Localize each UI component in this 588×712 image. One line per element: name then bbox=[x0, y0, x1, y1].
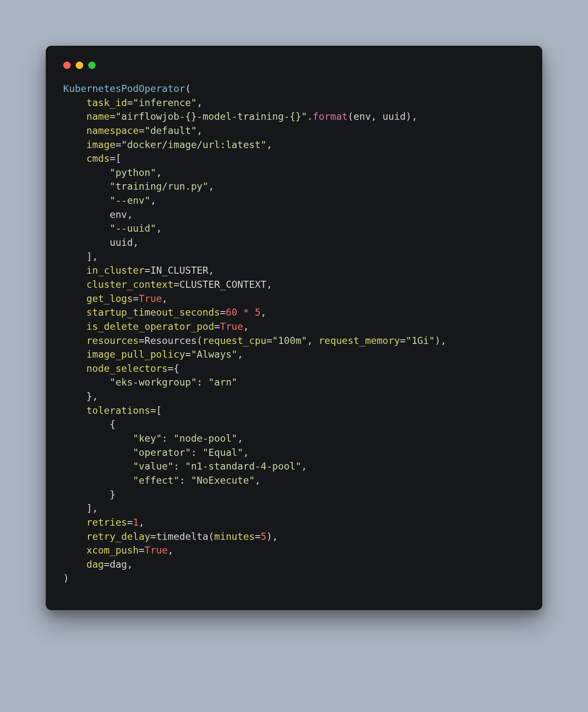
dict-val: "arn" bbox=[208, 376, 237, 388]
callee: Resources bbox=[144, 335, 197, 346]
code-window: KubernetesPodOperator( task_id="inferenc… bbox=[46, 46, 542, 610]
param-key: retries bbox=[86, 517, 127, 528]
param-value: "inference" bbox=[133, 97, 197, 108]
num: 60 bbox=[226, 307, 237, 318]
param-key: resources bbox=[86, 335, 139, 346]
param-value: CLUSTER_CONTEXT bbox=[179, 279, 266, 290]
operator: * bbox=[243, 307, 249, 318]
kwarg-val: "100m" bbox=[272, 335, 307, 346]
list-item: "--uuid" bbox=[110, 222, 156, 234]
param-key: is_delete_operator_pod bbox=[86, 321, 214, 332]
param-key: xcom_push bbox=[86, 544, 139, 556]
list-item: "training/run.py" bbox=[110, 180, 208, 192]
dict-val: "NoExecute" bbox=[191, 475, 255, 486]
traffic-lights bbox=[63, 62, 525, 69]
param-value: True bbox=[139, 293, 162, 304]
param-value: 1 bbox=[133, 517, 139, 528]
param-key: startup_timeout_seconds bbox=[86, 307, 220, 318]
param-value: "docker/image/url:latest" bbox=[121, 139, 267, 150]
param-key: retry_delay bbox=[86, 531, 151, 542]
dict-key: "value" bbox=[133, 460, 174, 472]
param-key: node_selectors bbox=[86, 363, 168, 374]
dict-val: "Equal" bbox=[203, 447, 243, 458]
param-key: name bbox=[86, 111, 110, 122]
param-key: in_cluster bbox=[86, 265, 145, 276]
param-value: True bbox=[220, 321, 243, 332]
param-key: cmds bbox=[86, 153, 110, 164]
param-value: IN_CLUSTER bbox=[150, 265, 208, 276]
dict-key: "eks-workgroup" bbox=[110, 376, 197, 388]
param-key: cluster_context bbox=[86, 279, 173, 290]
kwarg-key: request_memory bbox=[319, 335, 400, 346]
code-block: KubernetesPodOperator( task_id="inferenc… bbox=[63, 82, 525, 585]
param-value: dag bbox=[110, 559, 127, 570]
param-value: True bbox=[144, 544, 168, 556]
list-item: "python" bbox=[110, 167, 156, 178]
dict-key: "effect" bbox=[133, 475, 180, 486]
kwarg-key: request_cpu bbox=[203, 335, 267, 346]
window-minimize-button[interactable] bbox=[76, 62, 83, 69]
kwarg-val: "1Gi" bbox=[406, 335, 435, 346]
param-key: image bbox=[86, 139, 116, 150]
param-key: namespace bbox=[86, 125, 139, 136]
param-key: dag bbox=[86, 559, 104, 570]
param-key: task_id bbox=[86, 97, 127, 108]
param-value: "default" bbox=[144, 125, 197, 136]
num: 5 bbox=[255, 307, 261, 318]
arg: uuid bbox=[383, 111, 406, 122]
window-close-button[interactable] bbox=[63, 62, 71, 69]
dict-val: "n1-standard-4-pool" bbox=[185, 460, 301, 472]
param-key: tolerations bbox=[86, 405, 151, 416]
list-item: "--env" bbox=[110, 195, 151, 206]
kwarg-key: minutes bbox=[214, 531, 255, 542]
dict-val: "node-pool" bbox=[173, 433, 237, 444]
dict-key: "key" bbox=[133, 433, 162, 444]
list-item: uuid bbox=[110, 237, 133, 248]
list-item: env bbox=[110, 209, 127, 220]
class-name: KubernetesPodOperator bbox=[63, 83, 185, 94]
string-template: "airflowjob-{}-model-training-{}" bbox=[116, 111, 307, 122]
param-key: get_logs bbox=[86, 293, 133, 304]
kwarg-val: 5 bbox=[261, 531, 267, 542]
method-name: format bbox=[313, 111, 348, 122]
param-key: image_pull_policy bbox=[86, 349, 185, 360]
callee: timedelta bbox=[156, 531, 208, 542]
dict-key: "operator" bbox=[133, 447, 191, 458]
arg: env bbox=[353, 111, 371, 122]
param-value: "Always" bbox=[191, 349, 237, 360]
window-zoom-button[interactable] bbox=[88, 62, 96, 69]
